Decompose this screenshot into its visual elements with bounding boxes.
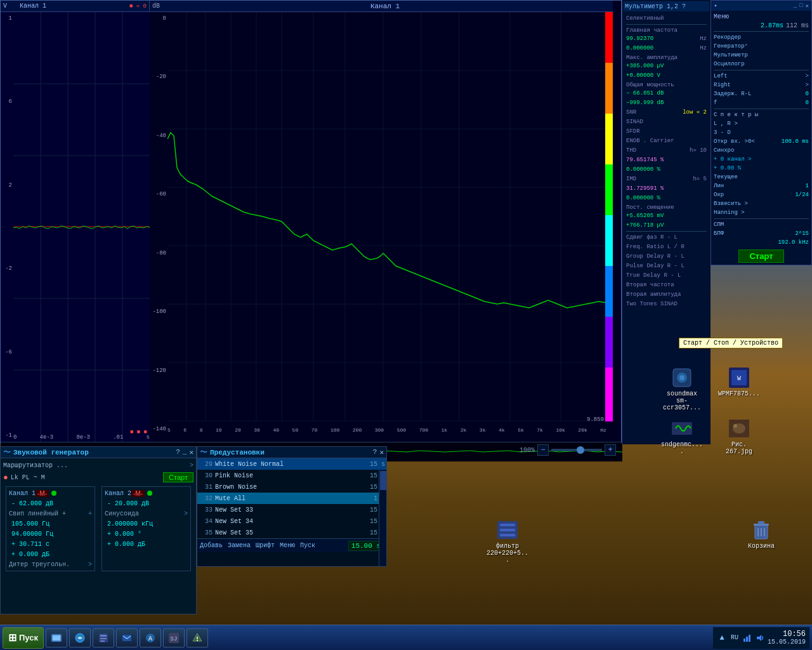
multimeter-row[interactable]: Мультиметр — [714, 51, 809, 60]
rp-truedelay-row[interactable]: True Delay R - L — [626, 271, 707, 280]
sync-ch-row: + 0 канал > — [714, 155, 809, 164]
gen-title-bar: 〜 Звуковой генератор ? _ ✕ — [1, 447, 196, 458]
db-60: -60 — [151, 191, 166, 197]
gen-ch1-minus-btn[interactable]: -M- — [36, 490, 49, 497]
rp-pulsedelay-row[interactable]: Pulse Delay R - L — [626, 262, 707, 270]
lr-row[interactable]: L , R > — [714, 119, 809, 128]
rp-twotones-row[interactable]: Two Tones SINAD — [626, 300, 707, 308]
menu-maximize-btn[interactable]: □ — [799, 3, 802, 9]
menu-label[interactable]: Меню — [714, 13, 729, 20]
rp-power2-row: −999.999 dB — [626, 98, 707, 107]
menu-divider4 — [714, 218, 809, 219]
open-row[interactable]: Откр вх. >0< 100.0 ms — [714, 137, 809, 146]
generator-row[interactable]: Генератор° — [714, 42, 809, 51]
presets-help-btn[interactable]: ? — [373, 448, 377, 456]
taskbar-item-7[interactable] — [187, 628, 208, 647]
start-row[interactable]: Старт — [714, 248, 809, 263]
gen-ch2-sine-row[interactable]: Синусоида > — [105, 508, 188, 519]
preset-row-35[interactable]: 35 New Set 35 15 s — [197, 527, 386, 538]
lines-label: Лин — [714, 183, 724, 189]
hz-20k: 20k — [578, 427, 587, 433]
freq-header: dB Канал 1 — [150, 1, 613, 12]
taskbar-item-4[interactable] — [116, 628, 138, 647]
freq-panel: dB Канал 1 0 -20 -40 -60 -80 -100 -120 -… — [150, 1, 613, 442]
rp-secondamp-row[interactable]: Вторая амплитуда — [626, 290, 707, 299]
menu-icon: ▪ — [714, 3, 717, 10]
preset-row-32[interactable]: 32 Mute All 1 s — [197, 493, 386, 504]
delay-row[interactable]: Задерж. R-L 0 — [714, 90, 809, 98]
okr-row[interactable]: Окр 1/24 — [714, 190, 809, 199]
rp-selective-label: Селективный — [626, 15, 664, 22]
taskbar-icon-1 — [50, 632, 63, 644]
rp-groupdelay-row[interactable]: Group Delay R - L — [626, 252, 707, 261]
gen-ch2-minus-btn[interactable]: -M- — [131, 490, 145, 497]
preset-row-33[interactable]: 33 New Set 33 15 s — [197, 504, 386, 515]
taskbar-item-6[interactable]: SJ — [163, 628, 185, 647]
presets-font-btn[interactable]: Шрифт — [256, 542, 275, 549]
desktop-icon-trash[interactable]: Корзина — [739, 517, 783, 550]
right-row[interactable]: Right > — [714, 81, 809, 90]
rp-groupdelay-label: Group Delay R - L — [626, 253, 684, 260]
gen-start-button[interactable]: Старт — [163, 472, 193, 482]
desktop-icon-soundmax[interactable]: soundmaxsm-ccr3057... — [660, 365, 704, 411]
gen-ch1-dither-row[interactable]: Дитер треугольн. > — [9, 559, 92, 569]
start-button[interactable]: Старт — [738, 249, 783, 263]
oscilloscope-row[interactable]: Осциллогр — [714, 60, 809, 69]
preset-row-30[interactable]: 30 Pink Noise 15 s — [197, 470, 386, 481]
menu-close-btn[interactable]: ✕ — [806, 3, 809, 10]
rp-sfdr-row: SFDR — [626, 127, 707, 136]
rp-freqratio-row[interactable]: Freq. Ratio L / R — [626, 242, 707, 251]
sync-row[interactable]: Синхро — [714, 146, 809, 155]
presets-menu-btn[interactable]: Меню — [280, 542, 295, 549]
presets-scrollbar[interactable] — [379, 470, 386, 566]
tray-network — [742, 633, 752, 643]
svg-text:SJ: SJ — [171, 636, 178, 642]
preset-row-34[interactable]: 34 New Set 34 15 s — [197, 515, 386, 527]
taskbar-item-5[interactable]: A — [140, 628, 161, 647]
preset-row-29[interactable]: 29 White Noise Normal 15 s — [197, 458, 386, 470]
time-channel-label: Канал 1 — [20, 3, 46, 10]
rp-phase-row[interactable]: Сдвиг фаз R - L — [626, 233, 707, 242]
gen-ch2-header: Канал 2 -M- — [105, 488, 188, 498]
taskbar-item-2[interactable] — [69, 628, 91, 647]
start-button[interactable]: ⊞ Пуск — [3, 627, 44, 649]
freq-val-row: 192.0 kHz — [714, 238, 809, 247]
menu-minimize-btn[interactable]: _ — [794, 3, 797, 9]
recorder-row[interactable]: Рекордер — [714, 33, 809, 42]
taskbar-item-3[interactable] — [93, 628, 114, 647]
hanning-row[interactable]: Hanning > — [714, 208, 809, 217]
zoom-minus-btn[interactable]: − — [537, 444, 549, 456]
rp-secondfreq-row[interactable]: Вторая частота — [626, 281, 707, 289]
preset-row-31[interactable]: 31 Brown Noise 15 s — [197, 481, 386, 493]
gen-ch1-sweep-row[interactable]: Свип линейный + + — [9, 508, 92, 519]
gen-min-btn[interactable]: _ — [183, 448, 187, 456]
gen-help-btn[interactable]: ? — [176, 448, 180, 456]
preset-num-33: 33 — [199, 507, 213, 514]
hz-100: 100 — [331, 427, 339, 433]
gen-router-row[interactable]: Маршрутизатор ... > — [1, 460, 196, 471]
rp-title-bar: Мультиметр 1,2 ? — [624, 1, 709, 11]
zoom-slider[interactable] — [551, 449, 602, 451]
desktop-icon-pic267[interactable]: Рис. 267.jpg — [717, 416, 761, 455]
weight-row[interactable]: Взвесить > — [714, 199, 809, 208]
presets-run-btn[interactable]: Пуск — [300, 542, 315, 549]
rp-dc2-row: +766.718 µV — [626, 221, 707, 230]
presets-close-btn[interactable]: ✕ — [379, 448, 384, 456]
presets-replace-btn[interactable]: Замена — [228, 542, 251, 549]
desktop-icon-sndgen[interactable]: sndgenmc.... — [660, 416, 704, 455]
3d-row[interactable]: 3 - D — [714, 128, 809, 137]
desktop-icon-wpmf[interactable]: W WPMF7875... — [717, 365, 761, 397]
left-row[interactable]: Left > — [714, 72, 809, 81]
hz-10: 10 — [216, 427, 222, 433]
gen-close-btn[interactable]: ✕ — [189, 448, 193, 456]
taskbar-item-1[interactable] — [46, 628, 67, 647]
presets-list: 29 White Noise Normal 15 s 30 Pink Noise… — [197, 458, 386, 538]
zoom-plus-btn[interactable]: + — [605, 444, 616, 456]
lines-row[interactable]: Лин 1 — [714, 182, 809, 190]
right-arrow: > — [806, 82, 809, 88]
presets-add-btn[interactable]: Добавь — [200, 542, 223, 549]
pic267-label: Рис. 267.jpg — [717, 441, 761, 455]
desktop-icon-filter[interactable]: фильтр220+220+5... — [485, 517, 530, 564]
current-row: Текущее — [714, 173, 809, 182]
y-axis: 1 6 2 -2 -6 -1 — [1, 12, 13, 442]
